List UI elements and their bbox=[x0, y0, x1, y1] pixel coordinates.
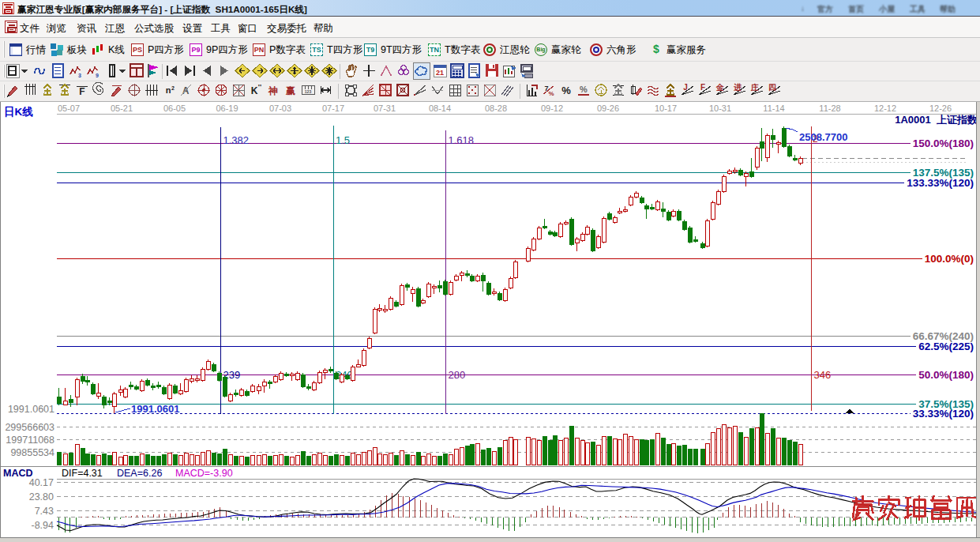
svg-text:1A0001 上证指数: 1A0001 上证指数 bbox=[895, 114, 978, 126]
svg-text:12-26: 12-26 bbox=[929, 104, 952, 113]
svg-text:09-26: 09-26 bbox=[597, 104, 619, 113]
svg-text:150.0%(180): 150.0%(180) bbox=[913, 137, 974, 149]
svg-text:n: n bbox=[166, 85, 171, 95]
svg-text:08-28: 08-28 bbox=[485, 104, 507, 113]
svg-text:11-14: 11-14 bbox=[763, 104, 784, 113]
svg-text:100.0%(0): 100.0%(0) bbox=[925, 253, 974, 265]
svg-text:-8.94: -8.94 bbox=[32, 520, 54, 531]
svg-text:123: 123 bbox=[305, 89, 312, 94]
svg-text:%: % bbox=[580, 85, 588, 94]
svg-text:'': '' bbox=[258, 83, 261, 91]
svg-text:280: 280 bbox=[449, 369, 466, 381]
svg-text:07-17: 07-17 bbox=[322, 104, 344, 113]
svg-text:07-31: 07-31 bbox=[374, 104, 396, 113]
svg-text:庄: 庄 bbox=[750, 83, 759, 92]
svg-text:12-12: 12-12 bbox=[874, 104, 896, 113]
svg-text:进: 进 bbox=[733, 83, 742, 92]
svg-text:1.5: 1.5 bbox=[336, 134, 350, 146]
svg-text:05-21: 05-21 bbox=[111, 104, 133, 113]
svg-text:3: 3 bbox=[78, 73, 81, 78]
svg-text:%: % bbox=[561, 85, 571, 96]
svg-text:F: F bbox=[79, 86, 84, 97]
svg-text:40.17: 40.17 bbox=[29, 477, 54, 488]
svg-text:2508.7700: 2508.7700 bbox=[799, 131, 847, 143]
svg-text:05-07: 05-07 bbox=[58, 104, 80, 113]
svg-text:F: F bbox=[700, 83, 705, 92]
svg-text:1991.0601: 1991.0601 bbox=[8, 404, 54, 415]
svg-text:%: % bbox=[548, 90, 554, 97]
svg-text:MACD=-3.90: MACD=-3.90 bbox=[175, 468, 233, 479]
svg-text:21: 21 bbox=[436, 69, 444, 77]
svg-text:08-14: 08-14 bbox=[429, 104, 451, 113]
svg-text:299566603: 299566603 bbox=[5, 422, 54, 433]
svg-text:62.5%(225): 62.5%(225) bbox=[918, 341, 974, 352]
svg-text:199711068: 199711068 bbox=[6, 435, 54, 446]
svg-text:K: K bbox=[251, 85, 258, 96]
svg-text:J: J bbox=[683, 83, 688, 92]
svg-text:7.43: 7.43 bbox=[35, 506, 54, 517]
svg-text:346: 346 bbox=[814, 369, 832, 381]
svg-text:99855534: 99855534 bbox=[10, 447, 54, 458]
svg-text:133.33%(120): 133.33%(120) bbox=[907, 177, 974, 189]
svg-text:1.382: 1.382 bbox=[223, 134, 250, 146]
svg-text:金: 金 bbox=[715, 83, 724, 92]
svg-text:赢: 赢 bbox=[285, 85, 295, 96]
svg-text:2: 2 bbox=[171, 85, 175, 91]
svg-text:神: 神 bbox=[268, 85, 278, 96]
svg-text:1991.0601: 1991.0601 bbox=[131, 403, 179, 415]
svg-text:06-19: 06-19 bbox=[216, 104, 238, 113]
svg-text:07-03: 07-03 bbox=[269, 104, 291, 113]
svg-text:10-17: 10-17 bbox=[655, 104, 677, 113]
svg-text:9: 9 bbox=[96, 73, 99, 78]
svg-text:1.618: 1.618 bbox=[449, 134, 475, 146]
svg-text:11-28: 11-28 bbox=[819, 104, 840, 113]
svg-text:33.33%(120): 33.33%(120) bbox=[913, 408, 974, 420]
svg-text:50.0%(180): 50.0%(180) bbox=[918, 369, 974, 381]
svg-text:10-31: 10-31 bbox=[709, 104, 731, 113]
svg-text:DIF=4.31: DIF=4.31 bbox=[62, 468, 103, 479]
svg-text:DEA=6.26: DEA=6.26 bbox=[117, 468, 162, 479]
svg-text:09-12: 09-12 bbox=[541, 104, 563, 113]
svg-text:06-05: 06-05 bbox=[163, 104, 186, 113]
svg-text:四: 四 bbox=[768, 83, 776, 92]
svg-text:日K线: 日K线 bbox=[4, 106, 33, 118]
svg-text:23.80: 23.80 bbox=[29, 491, 54, 502]
